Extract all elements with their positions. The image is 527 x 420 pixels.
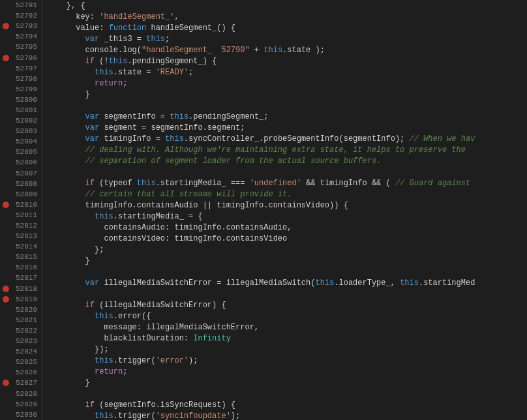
line-number: 52795 (11, 43, 37, 51)
no-breakpoint (3, 338, 9, 344)
token: } (48, 378, 90, 387)
no-breakpoint (3, 401, 9, 408)
gutter-row: 52807 (0, 168, 39, 179)
line-number: 52827 (11, 379, 37, 387)
token: 'undefined' (250, 179, 301, 188)
line-number: 52817 (11, 274, 37, 282)
gutter-row: 52811 (0, 210, 39, 220)
breakpoint-indicator[interactable] (3, 286, 9, 292)
line-number: 52796 (11, 54, 37, 62)
token: value: (48, 23, 109, 33)
token (48, 312, 95, 321)
gutter-row: 52830 (0, 410, 39, 420)
token: .startingMedia_ === (156, 179, 250, 188)
token: }, { (48, 1, 85, 10)
token: this (165, 134, 184, 143)
no-breakpoint (3, 170, 9, 177)
token: } (48, 256, 90, 265)
token: ; (188, 68, 193, 77)
token: var (85, 35, 100, 44)
breakpoint-indicator[interactable] (3, 380, 9, 386)
no-breakpoint (3, 359, 9, 365)
token: } (48, 90, 90, 99)
line-number: 52811 (11, 211, 37, 219)
code-line: this.startingMedia_ = { (48, 211, 527, 222)
breakpoint-indicator[interactable] (3, 296, 9, 303)
line-number: 52793 (11, 22, 37, 30)
no-breakpoint (3, 12, 9, 19)
token: timingInfo = (99, 134, 165, 143)
line-number: 52826 (11, 368, 37, 376)
gutter: 5279152792527935279452795527965279752798… (0, 0, 42, 420)
line-number: 52807 (11, 170, 37, 177)
code-line (48, 388, 527, 399)
gutter-row: 52795 (0, 42, 39, 52)
token: .error({ (113, 312, 151, 321)
gutter-row: 52792 (0, 10, 39, 21)
code-line: if (typeof this.startingMedia_ === 'unde… (48, 177, 527, 188)
no-breakpoint (3, 264, 9, 271)
line-number: 52805 (11, 148, 37, 156)
gutter-row: 52818 (0, 284, 39, 294)
code-line: // dealing with. Although we're maintain… (48, 144, 527, 155)
code-line: var _this3 = this; (48, 33, 527, 44)
line-number: 52821 (11, 316, 37, 324)
gutter-row: 52809 (0, 189, 39, 200)
token: .startingMedia_ = { (113, 212, 203, 221)
gutter-row: 52810 (0, 200, 39, 210)
gutter-row: 52812 (0, 220, 39, 231)
breakpoint-indicator[interactable] (3, 23, 9, 29)
token: segment = segmentInfo.segment; (99, 123, 245, 132)
token: this (315, 278, 334, 288)
token: this (264, 46, 282, 55)
code-line: blacklistDuration: Infinity (48, 333, 527, 344)
token: this (137, 179, 156, 188)
gutter-row: 52823 (0, 336, 39, 346)
code-line: return; (48, 78, 527, 89)
gutter-row: 52817 (0, 273, 39, 283)
token: .state = (113, 68, 156, 77)
no-breakpoint (3, 159, 9, 166)
code-line: var illegalMediaSwitchError = illegalMed… (48, 277, 527, 288)
token: this (170, 112, 188, 121)
line-number: 52798 (11, 75, 37, 83)
code-line: value: function handleSegment_() { (48, 22, 527, 33)
token (48, 134, 85, 143)
token (48, 212, 95, 221)
gutter-row: 52820 (0, 305, 39, 315)
gutter-row: 52828 (0, 388, 39, 398)
token: if (85, 400, 95, 410)
line-number: 52806 (11, 158, 37, 166)
code-line: containsVideo: timingInfo.containsVideo (48, 233, 527, 244)
gutter-row: 52829 (0, 399, 39, 410)
token: 'READY' (156, 68, 188, 77)
token: blacklistDuration: (48, 334, 193, 343)
token (48, 123, 85, 132)
token: this (95, 312, 113, 321)
token (48, 367, 95, 376)
code-line: // separation of segment loader from the… (48, 155, 527, 166)
line-number: 52816 (11, 263, 37, 271)
line-number: 52794 (11, 33, 37, 40)
token: "handleSegment_ 52790" (142, 46, 250, 55)
gutter-row: 52801 (0, 105, 39, 115)
breakpoint-indicator[interactable] (3, 202, 9, 208)
no-breakpoint (3, 369, 9, 376)
token (48, 57, 85, 66)
line-number: 52800 (11, 96, 37, 104)
token: var (85, 278, 100, 288)
token: (typeof (95, 179, 137, 188)
line-number: 52809 (11, 190, 37, 198)
token (48, 112, 85, 121)
code-line: this.trigger('error'); (48, 355, 527, 366)
gutter-row: 52826 (0, 367, 39, 378)
token: this (95, 412, 113, 421)
breakpoint-indicator[interactable] (3, 55, 9, 61)
token: .trigger( (113, 412, 156, 421)
no-breakpoint (3, 76, 9, 82)
token: ; (165, 35, 170, 44)
gutter-row: 52806 (0, 157, 39, 168)
no-breakpoint (3, 86, 9, 93)
token (48, 79, 95, 88)
line-number: 52792 (11, 12, 37, 20)
